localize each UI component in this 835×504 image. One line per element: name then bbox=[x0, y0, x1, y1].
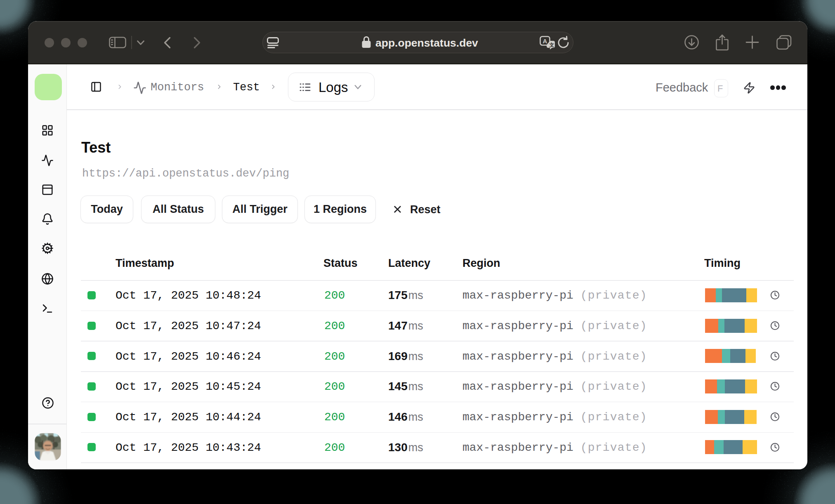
svg-text:A: A bbox=[543, 38, 547, 45]
svg-text:文: 文 bbox=[549, 42, 554, 48]
